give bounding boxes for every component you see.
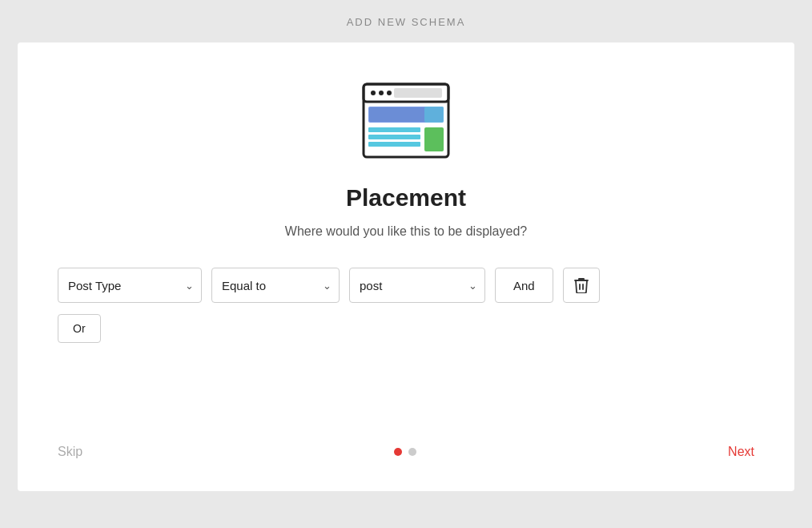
next-button[interactable]: Next bbox=[728, 445, 754, 459]
trash-icon bbox=[574, 277, 589, 293]
or-button[interactable]: Or bbox=[58, 314, 101, 343]
svg-point-4 bbox=[379, 91, 384, 95]
svg-rect-13 bbox=[424, 107, 444, 123]
filter-row: Post Type Page Custom Post Type ⌄ Equal … bbox=[58, 268, 754, 303]
card-footer: Skip Next bbox=[58, 421, 754, 459]
svg-rect-6 bbox=[394, 88, 442, 98]
or-row: Or bbox=[58, 314, 754, 343]
card: Placement Where would you like this to b… bbox=[18, 42, 794, 491]
equal-to-select[interactable]: Equal to Not equal to Contains bbox=[211, 268, 340, 303]
svg-rect-11 bbox=[368, 142, 420, 147]
browser-icon-wrapper bbox=[362, 83, 450, 162]
filter-section: Post Type Page Custom Post Type ⌄ Equal … bbox=[58, 268, 754, 343]
and-button[interactable]: And bbox=[495, 268, 553, 303]
section-title: Placement bbox=[346, 184, 466, 212]
post-type-select-wrapper: Post Type Page Custom Post Type ⌄ bbox=[58, 268, 202, 303]
post-value-select-wrapper: post page attachment ⌄ bbox=[349, 268, 485, 303]
skip-button[interactable]: Skip bbox=[58, 445, 82, 459]
dot-1 bbox=[394, 448, 402, 456]
dot-2 bbox=[408, 448, 416, 456]
page-title: ADD NEW SCHEMA bbox=[347, 16, 466, 28]
delete-button[interactable] bbox=[563, 268, 600, 303]
post-type-select[interactable]: Post Type Page Custom Post Type bbox=[58, 268, 202, 303]
pagination-dots bbox=[394, 448, 416, 456]
post-value-select[interactable]: post page attachment bbox=[349, 268, 485, 303]
section-subtitle: Where would you like this to be displaye… bbox=[285, 224, 527, 239]
svg-point-3 bbox=[371, 91, 376, 95]
svg-rect-12 bbox=[424, 127, 444, 151]
placement-icon bbox=[362, 83, 450, 159]
svg-rect-9 bbox=[368, 127, 420, 132]
equal-to-select-wrapper: Equal to Not equal to Contains ⌄ bbox=[211, 268, 340, 303]
page-wrapper: ADD NEW SCHEMA bbox=[0, 0, 812, 528]
svg-rect-10 bbox=[368, 135, 420, 139]
svg-point-5 bbox=[387, 91, 392, 95]
